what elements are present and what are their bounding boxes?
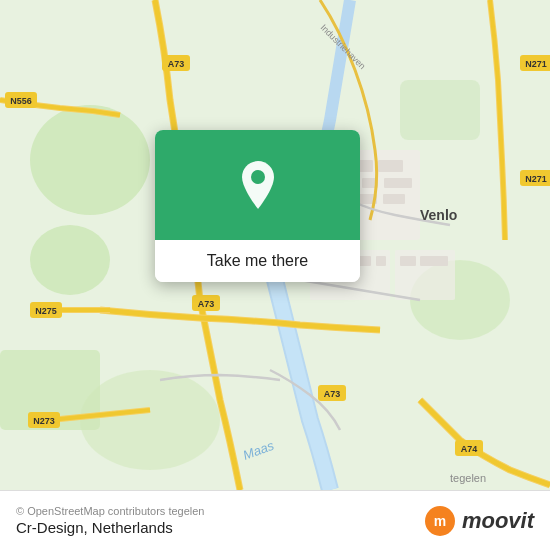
- svg-text:A73: A73: [168, 59, 185, 69]
- svg-rect-25: [376, 256, 386, 266]
- svg-point-2: [30, 225, 110, 295]
- popup-green-header: [155, 130, 360, 240]
- svg-rect-11: [378, 160, 403, 172]
- svg-point-1: [30, 105, 150, 215]
- take-me-there-button[interactable]: Take me there: [155, 240, 360, 282]
- location-name: Cr-Design, Netherlands: [16, 519, 205, 536]
- svg-text:N271: N271: [525, 59, 547, 69]
- svg-text:A73: A73: [324, 389, 341, 399]
- svg-text:tegelen: tegelen: [450, 472, 486, 484]
- svg-text:A74: A74: [461, 444, 478, 454]
- svg-rect-3: [400, 80, 480, 140]
- bottom-bar: © OpenStreetMap contributors tegelen Cr-…: [0, 490, 550, 550]
- svg-text:N556: N556: [10, 96, 32, 106]
- moovit-text: moovit: [462, 508, 534, 534]
- moovit-logo: m moovit: [424, 505, 534, 537]
- svg-rect-15: [384, 178, 412, 188]
- svg-point-6: [80, 370, 220, 470]
- map-container: A73 A73 A73 A73 N275 N273 N271 N271 N556: [0, 0, 550, 490]
- svg-point-52: [251, 170, 265, 184]
- svg-text:N275: N275: [35, 306, 57, 316]
- attribution-text: © OpenStreetMap contributors tegelen: [16, 505, 205, 517]
- svg-text:A73: A73: [198, 299, 215, 309]
- popup-card: Take me there: [155, 130, 360, 282]
- bottom-left-section: © OpenStreetMap contributors tegelen Cr-…: [16, 505, 205, 536]
- svg-text:N273: N273: [33, 416, 55, 426]
- svg-text:N271: N271: [525, 174, 547, 184]
- svg-rect-19: [383, 194, 405, 204]
- svg-text:m: m: [434, 513, 446, 529]
- moovit-icon: m: [424, 505, 456, 537]
- svg-rect-26: [400, 256, 416, 266]
- svg-rect-27: [420, 256, 448, 266]
- location-pin-icon: [237, 159, 279, 211]
- svg-text:Venlo: Venlo: [420, 207, 457, 223]
